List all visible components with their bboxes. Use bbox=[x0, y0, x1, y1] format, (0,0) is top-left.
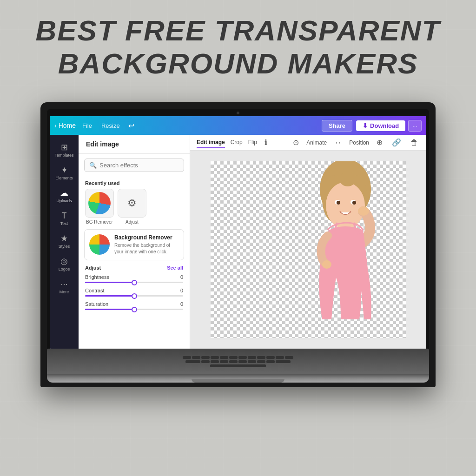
bg-remover-section[interactable]: Background Remover Remove the background… bbox=[84, 229, 184, 260]
key bbox=[201, 360, 210, 363]
laptop-keyboard bbox=[47, 349, 429, 374]
sidebar: ⊞ Templates ✦ Elements ☁ Uploads T bbox=[50, 135, 79, 349]
saturation-slider-row: Saturation 0 bbox=[85, 301, 183, 310]
key bbox=[229, 360, 238, 363]
bg-remover-title: Background Remover bbox=[114, 234, 179, 241]
nav-file-button[interactable]: File bbox=[78, 122, 97, 129]
download-button[interactable]: ⬇ Download bbox=[356, 120, 405, 131]
more-options-button[interactable]: ··· bbox=[408, 120, 422, 132]
grid-icon-btn[interactable]: ⊕ bbox=[375, 137, 384, 148]
canvas-section: Edit image Crop Flip ℹ ⊙ Animate ↔ Posit… bbox=[190, 135, 426, 349]
bg-remover-info: Background Remover Remove the background… bbox=[114, 234, 179, 255]
tab-flip[interactable]: Flip bbox=[248, 137, 257, 148]
brightness-fill bbox=[85, 282, 134, 283]
canvas-area bbox=[190, 151, 426, 349]
adjust-thumb: ⚙ bbox=[118, 189, 146, 218]
contrast-fill bbox=[85, 295, 134, 297]
info-icon-btn[interactable]: ℹ bbox=[263, 137, 269, 148]
saturation-label: Saturation bbox=[85, 301, 108, 307]
adjust-label: Adjust bbox=[126, 219, 139, 225]
see-all-link[interactable]: See all bbox=[167, 265, 183, 271]
nav-undo-button[interactable]: ↩ bbox=[128, 121, 134, 130]
tab-crop[interactable]: Crop bbox=[231, 137, 243, 148]
bg-remover-label: BG Remover bbox=[86, 219, 113, 225]
svg-point-8 bbox=[352, 201, 356, 205]
key bbox=[276, 360, 291, 363]
nav-home-button[interactable]: ‹ Home bbox=[54, 122, 76, 129]
back-arrow-icon: ‹ bbox=[54, 122, 57, 129]
edit-panel: Edit image 🔍 Recently used bbox=[79, 135, 190, 349]
styles-icon: ★ bbox=[60, 234, 68, 243]
sidebar-item-uploads[interactable]: ☁ Uploads bbox=[52, 185, 77, 207]
adjust-section: Adjust See all Brightness 0 bbox=[79, 265, 190, 310]
brightness-thumb[interactable] bbox=[132, 280, 137, 285]
contrast-label: Contrast bbox=[85, 288, 105, 293]
key bbox=[248, 356, 256, 359]
saturation-track[interactable] bbox=[85, 309, 183, 310]
delete-icon-btn[interactable]: 🗑 bbox=[409, 138, 420, 148]
saturation-thumb[interactable] bbox=[132, 307, 137, 312]
main-content: ⊞ Templates ✦ Elements ☁ Uploads T bbox=[50, 135, 426, 349]
brightness-track[interactable] bbox=[85, 282, 183, 283]
saturation-fill bbox=[85, 309, 134, 310]
camera-dot bbox=[237, 112, 239, 114]
tab-edit-image[interactable]: Edit image bbox=[197, 137, 225, 148]
sidebar-item-text[interactable]: T Text bbox=[52, 208, 77, 230]
search-effects-box[interactable]: 🔍 bbox=[84, 159, 184, 172]
canvas-checkerboard bbox=[211, 161, 406, 338]
download-icon: ⬇ bbox=[363, 122, 368, 129]
edit-image-header: Edit image bbox=[79, 135, 190, 154]
position-label: Position bbox=[349, 139, 369, 146]
key bbox=[266, 356, 275, 359]
app-screen: ‹ Home File Resize ↩ Share ⬇ Download ··… bbox=[50, 116, 426, 349]
contrast-value: 0 bbox=[180, 288, 183, 293]
animate-icon-btn[interactable]: ⊙ bbox=[291, 137, 301, 148]
brightness-slider-row: Brightness 0 bbox=[85, 274, 183, 283]
effect-bg-remover[interactable]: BG Remover bbox=[85, 189, 114, 225]
bg-remover-desc: Remove the background of your image with… bbox=[114, 242, 179, 255]
sidebar-item-elements[interactable]: ✦ Elements bbox=[52, 162, 77, 184]
link-icon-btn[interactable]: 🔗 bbox=[390, 137, 403, 148]
edit-image-title: Edit image bbox=[86, 140, 182, 148]
position-icon-btn[interactable]: ↔ bbox=[332, 138, 344, 148]
contrast-slider-row: Contrast 0 bbox=[85, 288, 183, 297]
effect-adjust[interactable]: ⚙ Adjust bbox=[118, 189, 146, 225]
laptop-screen: ‹ Home File Resize ↩ Share ⬇ Download ··… bbox=[40, 102, 436, 387]
headline-line2: BACKGROUND MAKERS bbox=[0, 47, 476, 80]
adjust-icon: ⚙ bbox=[127, 197, 137, 209]
laptop-base bbox=[47, 374, 429, 383]
effects-grid: BG Remover ⚙ Adjust bbox=[79, 189, 190, 229]
contrast-thumb[interactable] bbox=[132, 293, 137, 299]
brightness-label: Brightness bbox=[85, 274, 109, 280]
key bbox=[201, 356, 210, 359]
recently-used-label: Recently used bbox=[79, 177, 190, 189]
bg-remover-thumb bbox=[85, 189, 114, 218]
laptop-container: ‹ Home File Resize ↩ Share ⬇ Download ··… bbox=[40, 102, 436, 387]
sidebar-item-styles[interactable]: ★ Styles bbox=[52, 231, 77, 252]
top-navbar: ‹ Home File Resize ↩ Share ⬇ Download ··… bbox=[50, 116, 426, 135]
nav-resize-button[interactable]: Resize bbox=[97, 122, 125, 129]
key bbox=[229, 356, 238, 359]
bg-remover-pie-chart bbox=[88, 192, 111, 214]
search-effects-input[interactable] bbox=[99, 162, 179, 169]
key bbox=[192, 356, 200, 359]
key bbox=[183, 356, 191, 359]
key bbox=[266, 360, 275, 363]
animate-label: Animate bbox=[306, 139, 327, 146]
key bbox=[285, 356, 293, 359]
saturation-value: 0 bbox=[180, 301, 183, 307]
sidebar-item-logos[interactable]: ◎ Logos bbox=[52, 253, 77, 275]
sidebar-item-more[interactable]: ··· More bbox=[52, 276, 77, 298]
bg-remover-icon bbox=[89, 234, 110, 255]
second-toolbar: Edit image Crop Flip ℹ ⊙ Animate ↔ Posit… bbox=[190, 135, 426, 151]
key bbox=[220, 356, 228, 359]
templates-icon: ⊞ bbox=[61, 143, 68, 152]
sidebar-item-templates[interactable]: ⊞ Templates bbox=[52, 139, 77, 161]
search-icon: 🔍 bbox=[89, 162, 97, 169]
spacebar-key bbox=[210, 364, 266, 367]
share-button[interactable]: Share bbox=[322, 120, 352, 132]
key bbox=[185, 360, 200, 363]
contrast-track[interactable] bbox=[85, 295, 183, 297]
svg-point-4 bbox=[326, 182, 365, 229]
key bbox=[257, 356, 265, 359]
